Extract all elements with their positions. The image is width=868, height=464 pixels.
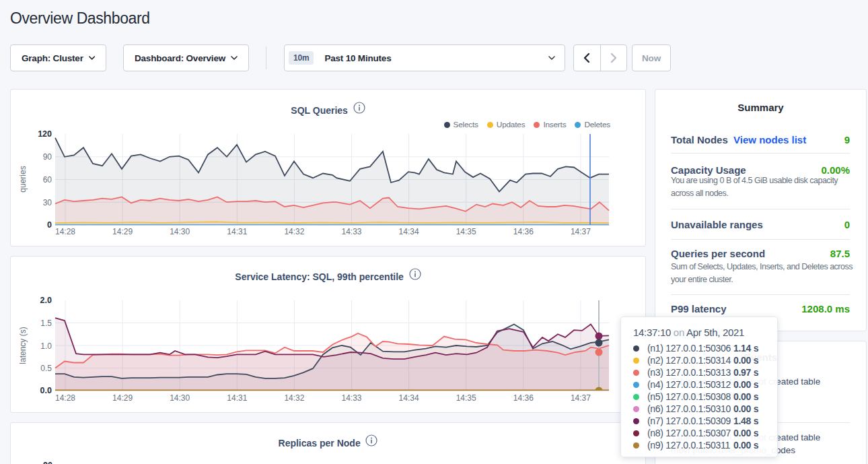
svg-text:14:32: 14:32 (284, 393, 304, 403)
svg-text:14:34: 14:34 (399, 227, 419, 236)
svg-text:120: 120 (38, 129, 52, 139)
svg-text:14:33: 14:33 (341, 393, 361, 403)
svg-text:14:30: 14:30 (170, 227, 190, 236)
svg-text:14:35: 14:35 (456, 227, 476, 236)
svg-text:14:31: 14:31 (227, 393, 247, 403)
svg-text:0.5: 0.5 (40, 364, 52, 373)
svg-text:14:36: 14:36 (513, 227, 534, 236)
svg-text:14:34: 14:34 (399, 393, 419, 403)
svg-text:14:33: 14:33 (341, 227, 361, 236)
svg-text:latency (s): latency (s) (18, 327, 28, 364)
svg-text:30: 30 (43, 198, 52, 207)
svg-text:14:28: 14:28 (55, 393, 75, 403)
svg-text:14:35: 14:35 (456, 393, 476, 403)
svg-text:14:32: 14:32 (284, 227, 304, 236)
svg-text:14:37: 14:37 (571, 227, 591, 236)
svg-text:14:37: 14:37 (571, 393, 591, 403)
svg-text:1.0: 1.0 (40, 341, 52, 351)
svg-text:2.0: 2.0 (40, 296, 52, 305)
svg-text:14:29: 14:29 (112, 393, 133, 403)
svg-text:14:28: 14:28 (55, 227, 75, 236)
svg-text:90: 90 (43, 152, 52, 162)
svg-text:14:31: 14:31 (227, 227, 247, 236)
svg-text:0: 0 (47, 220, 52, 230)
svg-text:0.0: 0.0 (40, 386, 52, 395)
svg-text:14:30: 14:30 (170, 393, 190, 403)
svg-text:60: 60 (43, 175, 52, 185)
svg-text:14:29: 14:29 (112, 227, 133, 236)
svg-text:1.5: 1.5 (40, 319, 52, 328)
svg-text:queries: queries (18, 166, 28, 192)
svg-text:14:36: 14:36 (513, 393, 534, 403)
